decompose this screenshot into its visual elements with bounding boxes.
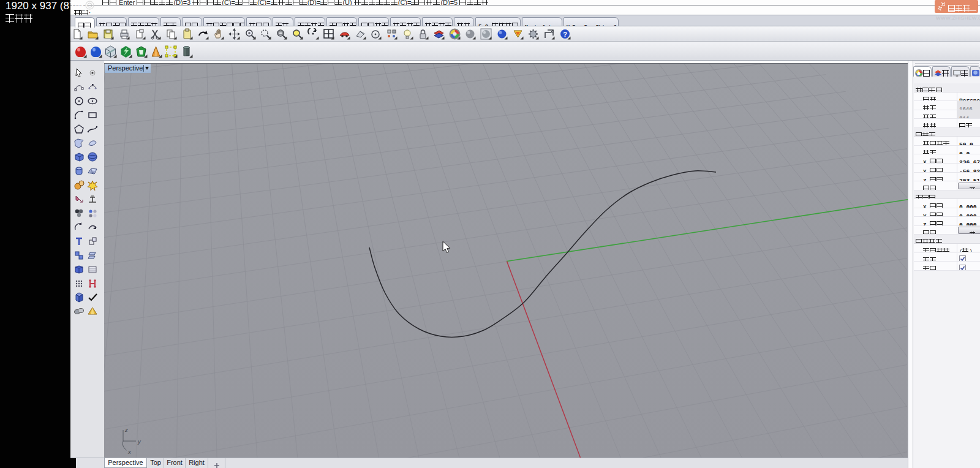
svg-text:z: z bbox=[124, 426, 128, 433]
